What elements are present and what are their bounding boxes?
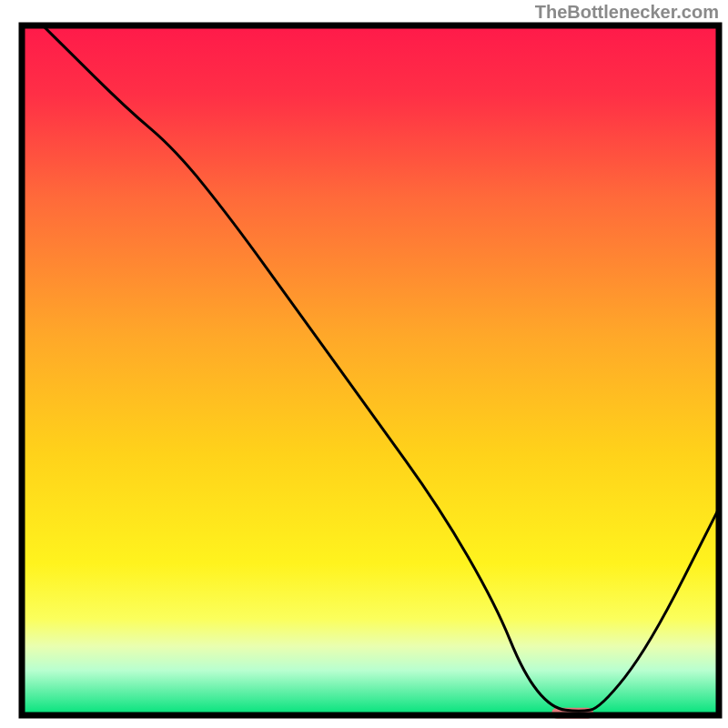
bottleneck-chart-canvas: [0, 0, 728, 728]
chart-container: TheBottlenecker.com: [0, 0, 728, 728]
watermark-text: TheBottlenecker.com: [535, 2, 719, 23]
